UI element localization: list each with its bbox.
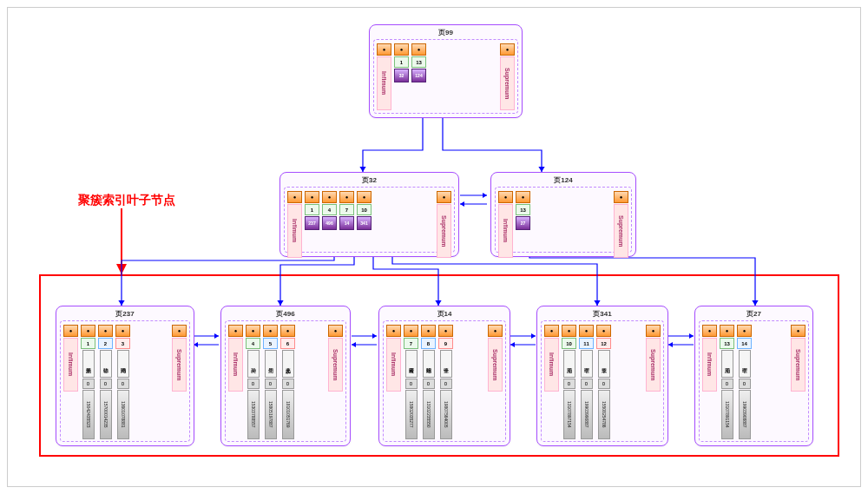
slot-header: ●: [172, 325, 187, 337]
entry-key: 7: [339, 204, 354, 215]
slot-header: ●: [280, 325, 295, 337]
infimum-slot: ●Infimum: [228, 325, 243, 392]
data-row: ● 13 周涵 0 13107891154: [720, 325, 734, 439]
supremum-label: Supremum: [500, 56, 515, 110]
supremum-label: Supremum: [488, 338, 503, 392]
page-title: 页341: [537, 309, 667, 319]
slot-header: ●: [81, 325, 95, 337]
slot-header: ●: [720, 325, 734, 337]
slot-header: ●: [246, 325, 260, 337]
row-phone: 13107891154: [721, 390, 733, 439]
data-row: ● 14 李曜 0 19903908887: [737, 325, 752, 439]
supremum-label: Supremum: [172, 338, 187, 392]
slot-header: ●: [646, 325, 661, 337]
infimum-slot: ●Infimum: [386, 325, 401, 392]
slot-header: ●: [437, 191, 451, 203]
slot-header: ●: [498, 191, 513, 203]
row-name: 周涵: [563, 350, 575, 378]
data-row: ● 8 陈钢珏 0 13102235550: [421, 325, 436, 439]
row-key: 6: [280, 338, 295, 349]
infimum-label: Infimum: [228, 338, 243, 392]
row-phone: 13601078881: [117, 390, 129, 439]
row-phone: 19903908887: [739, 390, 751, 439]
row-name: 修聪: [100, 350, 112, 378]
row-name: 王儿麟: [282, 350, 294, 378]
infimum-label: Infimum: [386, 338, 401, 392]
page-title: 页32: [280, 175, 458, 185]
entry-ptr: 14: [339, 216, 354, 230]
infimum-slot: ● Infimum: [377, 43, 391, 110]
slot-header: ●: [438, 325, 453, 337]
row-name: 李曜: [739, 350, 751, 378]
row-key: 1: [81, 338, 95, 349]
row-name: 李黛: [598, 350, 610, 378]
leaf-annotation: 聚簇索引叶子节点: [78, 193, 175, 208]
row-zero: 0: [247, 379, 260, 389]
infimum-slot: ●Infimum: [702, 325, 717, 392]
row-zero: 0: [598, 379, 610, 389]
row-phone: 15700014235: [100, 390, 112, 439]
row-name: 蒋震岭: [405, 350, 418, 378]
index-entry: ●10341: [357, 191, 372, 230]
index-entry: ● 13 124: [411, 43, 426, 82]
row-phone: 13107897154: [563, 390, 575, 439]
index-entry: ●714: [339, 191, 354, 230]
data-row: ● 10 周涵 0 13107897154: [562, 325, 576, 439]
entry-key: 4: [322, 204, 337, 215]
data-row: ● 1 王炳朕 0 15042435523: [81, 325, 95, 439]
infimum-label: Infimum: [63, 338, 78, 392]
entry-key: 13: [516, 204, 530, 215]
slot-header: ●: [305, 191, 319, 203]
row-zero: 0: [563, 379, 575, 389]
entry-key: 1: [394, 56, 409, 68]
data-row: ● 7 蒋震岭 0 15802035277: [404, 325, 418, 439]
infimum-slot: ●Infimum: [544, 325, 559, 392]
row-name: 陈钢珏: [423, 350, 435, 378]
slot-header: ●: [263, 325, 278, 337]
row-zero: 0: [117, 379, 129, 389]
row-zero: 0: [282, 379, 294, 389]
row-name: 周佳: [265, 350, 277, 378]
row-zero: 0: [100, 379, 112, 389]
row-phone: 15303788557: [247, 390, 260, 439]
infimum-label: Infimum: [544, 338, 559, 392]
row-phone: 15042435523: [82, 390, 95, 439]
row-name: 吴珅: [247, 350, 260, 378]
row-name: 周涵: [721, 350, 733, 378]
row-key: 7: [404, 338, 418, 349]
slot-header: ●: [394, 43, 409, 56]
page-leaf: 页341●Infimum● 10 周涵 0 13107897154● 11 李曜…: [536, 306, 668, 446]
row-key: 8: [421, 338, 436, 349]
row-key: 11: [579, 338, 594, 349]
page-leaf: 页14●Infimum● 7 蒋震岭 0 15802035277● 8 陈钢珏 …: [378, 306, 510, 446]
row-key: 9: [438, 338, 453, 349]
entry-ptr: 237: [305, 216, 319, 230]
infimum-label: Infimum: [377, 56, 391, 110]
row-name: 王炳朕: [82, 350, 95, 378]
row-key: 12: [596, 338, 611, 349]
data-row: ● 2 修聪 0 15700014235: [98, 325, 113, 439]
slot-header: ●: [386, 325, 401, 337]
row-phone: 15805197887: [265, 390, 277, 439]
entry-key: 13: [411, 56, 426, 68]
page-title: 页99: [370, 28, 522, 37]
entry-ptr: 32: [394, 69, 409, 82]
supremum-slot: ●Supremum: [791, 325, 806, 392]
row-phone: 15508254786: [598, 390, 610, 439]
data-row: ● 4 吴珅 0 15303788557: [246, 325, 260, 439]
row-phone: 13102235550: [423, 390, 435, 439]
slot-header: ●: [115, 325, 130, 337]
supremum-slot: ●Supremum: [646, 325, 661, 392]
row-phone: 18101051769: [282, 390, 294, 439]
slot-header: ●: [421, 325, 436, 337]
page-root: 页99 ● Infimum ● 1 32 ● 13 124 ● Supremum: [369, 24, 523, 118]
row-key: 13: [720, 338, 734, 349]
data-row: ● 11 李曜 0 19903990887: [579, 325, 594, 439]
page-mid-32: 页32 ●Infimum ●1237 ●4496 ●714 ●10341 ●Su…: [279, 172, 459, 257]
slot-header: ●: [791, 325, 806, 337]
slot-header: ●: [404, 325, 418, 337]
infimum-label: Infimum: [702, 338, 717, 392]
slot-header: ●: [702, 325, 717, 337]
supremum-slot: ●Supremum: [488, 325, 503, 392]
infimum-label: Infimum: [498, 204, 513, 258]
